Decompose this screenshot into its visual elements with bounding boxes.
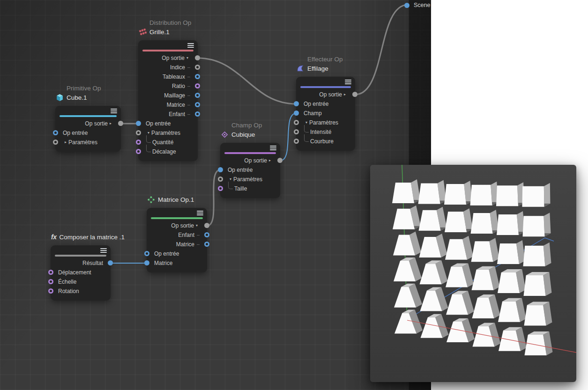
port-out-indice[interactable] <box>195 65 200 70</box>
chevron-down-icon[interactable]: ▾ <box>305 121 307 125</box>
tapered-cube-r3c3 <box>472 266 500 290</box>
node-effilage[interactable]: Op sortie▸Op entréeChamp▾ParamètresInten… <box>296 77 355 151</box>
port-out-matrice[interactable] <box>195 102 200 107</box>
wire-1[interactable] <box>198 58 296 104</box>
port-in-op-entr-e[interactable] <box>294 101 299 106</box>
node-matriceop1[interactable]: Op sortie▾EnfantMatriceOp entréeMatrice <box>147 208 207 272</box>
wire-3[interactable] <box>280 113 296 161</box>
port-in-quantit-[interactable] <box>136 140 141 145</box>
port-in-param-tres[interactable] <box>294 120 299 125</box>
node-name-label: Grille.1 <box>149 29 170 36</box>
tapered-cube-r4c5 <box>524 302 552 326</box>
tapered-cube-r5c0 <box>394 310 423 334</box>
node-composer[interactable]: RésultatDéplacementÉchelleRotation <box>51 245 111 301</box>
tapered-cube-r4c4 <box>498 298 526 322</box>
port-in-rotation[interactable] <box>48 288 53 294</box>
port-in-op-entr-e[interactable] <box>218 167 223 172</box>
port-in-courbure[interactable] <box>294 139 299 144</box>
port-out-ratio[interactable] <box>195 83 200 88</box>
node-header[interactable] <box>147 208 207 216</box>
input-row: Matrice <box>147 258 207 268</box>
node-cubique[interactable]: Op sortie▸Op entrée▾ParamètresTaille <box>220 143 280 198</box>
port-out-enfant[interactable] <box>195 111 200 117</box>
tapered-cube-r0c4 <box>496 182 524 206</box>
child-connector <box>146 145 151 152</box>
tapered-cube-r3c2 <box>446 264 474 287</box>
node-accent-bar <box>142 50 194 52</box>
output-row: Maillage <box>138 91 198 100</box>
node-menu-icon[interactable] <box>187 43 194 48</box>
node-name-label: Cube.1 <box>67 94 87 101</box>
chevron-down-icon[interactable]: ▾ <box>148 131 149 135</box>
wire-5[interactable] <box>355 5 408 95</box>
node-menu-icon[interactable] <box>111 109 117 113</box>
node-menu-icon[interactable] <box>100 248 107 253</box>
output-row: Matrice <box>138 100 198 110</box>
port-in-d-placement[interactable] <box>48 270 53 275</box>
port-in-taille[interactable] <box>218 186 223 191</box>
port-in--chelle[interactable] <box>48 279 53 284</box>
port-in-champ[interactable] <box>294 110 299 116</box>
port-in-param-tres[interactable] <box>53 140 58 145</box>
tapered-cube-r2c1 <box>419 234 447 258</box>
port-in-matrice[interactable] <box>144 260 149 265</box>
tapered-cube-r5c3 <box>473 323 501 346</box>
port-label: Paramètres <box>233 176 262 183</box>
viewport-preview-window[interactable] <box>370 165 576 382</box>
node-header[interactable] <box>138 40 198 49</box>
port-in-op-entr-e[interactable] <box>136 121 141 126</box>
port-in-param-tres[interactable] <box>218 177 223 182</box>
port-out-maillage[interactable] <box>195 93 200 98</box>
fx-icon: fx <box>51 233 56 241</box>
output-row: Résultat <box>51 258 111 268</box>
grid-array-icon <box>139 28 147 36</box>
port-label: Paramètres <box>68 139 97 146</box>
node-category-label: Distribution Op <box>149 19 191 26</box>
child-connector <box>197 235 200 235</box>
node-grille1[interactable]: Op sortie▾IndiceTableauxRatioMaillageMat… <box>138 40 198 161</box>
port-in-op-entr-e[interactable] <box>144 251 149 256</box>
port-out-op-sortie[interactable] <box>118 121 123 126</box>
node-header[interactable] <box>55 106 121 114</box>
chevron-down-icon[interactable]: ▾ <box>186 56 188 60</box>
node-menu-icon[interactable] <box>270 146 276 150</box>
port-out-r-sultat[interactable] <box>108 260 113 265</box>
node-graph-editor[interactable]: Primitive OpCube.1Op sortie▸Op entrée▸Pa… <box>0 0 431 390</box>
chevron-right-icon[interactable]: ▸ <box>110 122 112 125</box>
viewport-canvas[interactable] <box>370 165 576 382</box>
node-accent-bar <box>60 115 117 117</box>
node-header[interactable] <box>220 143 280 151</box>
port-in-d-calage[interactable] <box>136 149 141 154</box>
port-out-op-sortie[interactable] <box>195 55 200 60</box>
child-connector <box>187 86 190 87</box>
output-row: Op sortie▾ <box>138 53 198 63</box>
child-connector <box>146 135 151 143</box>
chevron-right-icon[interactable]: ▸ <box>344 93 346 96</box>
port-out-op-sortie[interactable] <box>277 158 283 163</box>
port-out-op-sortie[interactable] <box>352 92 357 97</box>
chevron-right-icon[interactable]: ▸ <box>65 140 67 144</box>
node-header[interactable] <box>51 245 111 254</box>
output-row: Enfant <box>147 230 207 240</box>
node-cube1[interactable]: Op sortie▸Op entrée▸Paramètres <box>55 106 121 152</box>
node-accent-bar <box>55 255 106 257</box>
node-header[interactable] <box>296 77 355 85</box>
port-in-intensit-[interactable] <box>294 129 299 134</box>
node-menu-icon[interactable] <box>345 80 351 84</box>
chevron-down-icon[interactable]: ▾ <box>196 224 198 228</box>
port-label: Tableaux <box>163 74 185 80</box>
tapered-cube-r2c0 <box>393 231 421 255</box>
port-out-matrice[interactable] <box>204 242 209 247</box>
tapered-cube-r5c4 <box>499 327 527 351</box>
chevron-down-icon[interactable]: ▾ <box>230 177 231 181</box>
scene-port[interactable] <box>404 3 409 8</box>
port-in-param-tres[interactable] <box>136 130 141 135</box>
chevron-right-icon[interactable]: ▸ <box>269 159 271 162</box>
input-row: Décalage <box>138 147 198 156</box>
port-in-op-entr-e[interactable] <box>53 130 58 135</box>
port-out-tableaux[interactable] <box>195 74 200 79</box>
field-icon <box>221 131 229 139</box>
port-out-enfant[interactable] <box>204 232 209 237</box>
port-out-op-sortie[interactable] <box>204 223 209 228</box>
node-menu-icon[interactable] <box>197 211 203 215</box>
